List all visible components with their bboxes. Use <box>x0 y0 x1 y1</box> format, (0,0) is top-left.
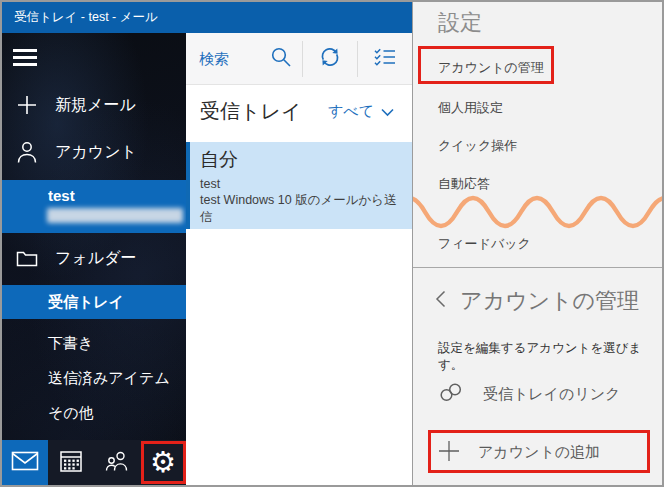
plus-icon <box>14 95 40 115</box>
folder-icon <box>14 249 40 267</box>
person-icon <box>14 140 40 164</box>
settings-panel: 設定 アカウントの管理 個人用設定 クイック操作 自動応答 フィードバック アカ… <box>412 2 662 485</box>
list-title: 受信トレイ <box>200 98 301 125</box>
settings-item-feedback[interactable]: フィードバック <box>438 235 531 253</box>
list-header: 受信トレイ すべて <box>186 85 412 137</box>
link-icon <box>438 382 465 406</box>
message-sender: 自分 <box>200 147 404 173</box>
nav-sidebar: 新規メール アカウント test フォルダー 受信トレイ <box>2 33 186 485</box>
add-account-label: アカウントの追加 <box>478 443 600 462</box>
plus-icon <box>438 440 460 465</box>
search-field[interactable] <box>186 45 302 73</box>
account-name: test <box>48 187 186 204</box>
manage-accounts-title: アカウントの管理 <box>460 286 639 316</box>
people-icon <box>104 450 130 476</box>
bottom-nav-bar: ⚙ <box>2 440 186 485</box>
settings-item-quick-actions[interactable]: クイック操作 <box>438 137 517 155</box>
sync-icon <box>318 45 342 73</box>
link-inboxes-label: 受信トレイのリンク <box>483 385 620 404</box>
new-mail-label: 新規メール <box>55 95 136 116</box>
selection-indicator <box>186 142 190 229</box>
search-icon <box>269 45 293 73</box>
calendar-nav-button[interactable] <box>48 440 94 485</box>
calendar-icon <box>59 449 83 477</box>
mail-icon <box>11 451 39 475</box>
message-row[interactable]: 自分 test test Windows 10 版のメールから送信 <box>186 142 412 229</box>
panel-divider <box>413 267 663 268</box>
account-item-test[interactable]: test <box>2 180 186 233</box>
selection-mode-button[interactable] <box>358 33 412 85</box>
settings-nav-button[interactable]: ⚙ <box>140 440 186 485</box>
link-inboxes-button[interactable]: 受信トレイのリンク <box>438 374 650 414</box>
settings-title: 設定 <box>438 8 482 38</box>
message-list-toolbar <box>186 33 412 85</box>
filter-dropdown[interactable]: すべて <box>328 102 394 121</box>
checklist-icon <box>373 47 397 71</box>
title-bar: 受信トレイ - test - メール <box>2 2 412 33</box>
search-input[interactable] <box>199 50 269 67</box>
mail-nav-button[interactable] <box>2 440 48 485</box>
settings-gear-icon: ⚙ <box>150 448 176 477</box>
message-preview: test Windows 10 版のメールから送信 <box>200 192 404 225</box>
message-list-pane: 受信トレイ すべて 自分 test test Windows 10 版のメールか… <box>186 33 412 485</box>
filter-label: すべて <box>328 102 374 121</box>
sidebar-item-sent[interactable]: 送信済みアイテム <box>2 361 186 395</box>
truncation-squiggle-icon <box>413 190 663 234</box>
sidebar-item-inbox[interactable]: 受信トレイ <box>2 285 186 319</box>
mail-app-window: 受信トレイ - test - メール 新規メール アカウント test <box>0 0 664 487</box>
chevron-down-icon <box>381 103 394 120</box>
people-nav-button[interactable] <box>94 440 140 485</box>
settings-item-manage-accounts[interactable]: アカウントの管理 <box>438 59 544 77</box>
sidebar-item-more[interactable]: その他 <box>2 396 186 430</box>
add-account-button[interactable]: アカウントの追加 <box>438 432 650 472</box>
sidebar-item-drafts[interactable]: 下書き <box>2 326 186 360</box>
new-mail-button[interactable]: 新規メール <box>2 90 186 120</box>
hamburger-menu-button[interactable] <box>13 47 39 69</box>
sync-button[interactable] <box>303 33 357 85</box>
message-subject: test <box>200 176 404 193</box>
window-title: 受信トレイ - test - メール <box>14 9 158 26</box>
settings-item-personalization[interactable]: 個人用設定 <box>438 99 503 117</box>
accounts-label: アカウント <box>55 142 137 163</box>
back-chevron-icon[interactable] <box>435 290 446 312</box>
folders-section-button[interactable]: フォルダー <box>2 243 186 273</box>
manage-accounts-description: 設定を編集するアカウントを選びます。 <box>438 340 662 374</box>
redacted-email-address <box>47 208 183 223</box>
accounts-section-button[interactable]: アカウント <box>2 137 186 167</box>
hamburger-icon <box>13 49 37 52</box>
folders-label: フォルダー <box>55 248 137 269</box>
